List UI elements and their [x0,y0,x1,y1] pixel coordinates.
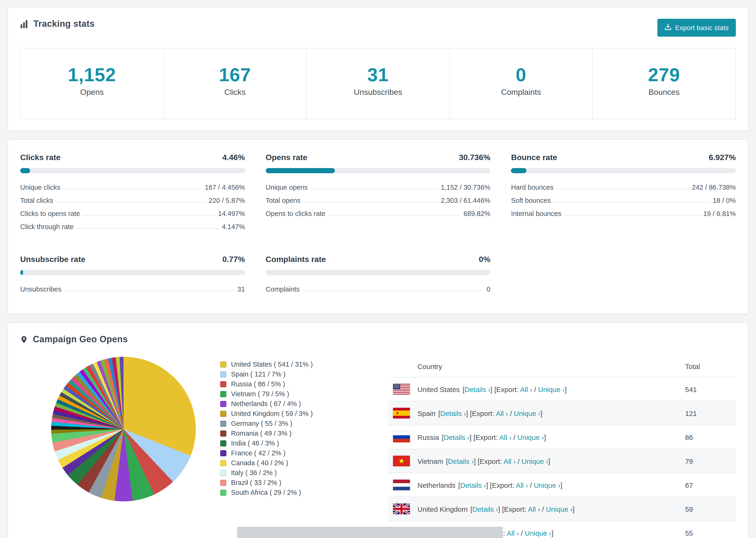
bracket-text: / [540,505,546,513]
dotted-leader [557,189,689,189]
bracket-text: / [528,481,534,489]
rate-stat-value: 31 [237,286,245,293]
export-all-link[interactable]: All › [520,385,532,393]
export-unique-link[interactable]: Unique › [538,385,565,393]
bracket-text: ] [544,433,546,441]
export-unique-link[interactable]: Unique › [514,409,540,417]
rate-header: Complaints rate 0% [266,255,490,264]
stat-label: Bounces [593,88,735,97]
legend-color-swatch [220,490,226,496]
export-all-link[interactable]: All › [496,409,508,417]
rate-stat-value: 220 / 5.87% [209,197,245,204]
rate-progress-bar [20,270,245,275]
flag-ru-icon [393,431,410,443]
bracket-text: ] [552,529,553,537]
legend-item: Netherlands ( 67 / 4% ) [220,399,375,409]
rate-header: Opens rate 30.736% [266,153,490,162]
export-unique-link[interactable]: Unique › [534,481,561,489]
legend-item: United States ( 541 / 31% ) [220,360,375,369]
details-link[interactable]: Details › [444,433,469,441]
rate-title: Unsubscribe rate [20,255,85,264]
rate-stat-row: Hard bounces 242 / 86.738% [511,181,736,194]
country-links: [Details ›] [Export: All › / Unique ›] [438,409,543,417]
stat-box: 1,152 Opens [21,48,164,119]
legend-item: Canada ( 40 / 2% ) [220,458,375,468]
flag-gb-icon [393,503,410,514]
export-unique-link[interactable]: Unique › [546,505,572,513]
bracket-text: ] [565,385,567,393]
rate-progress-fill [20,270,23,275]
stat-box: 0 Complaints [450,48,593,119]
rate-block: Complaints rate 0% Complaints 0 [266,255,490,296]
export-unique-link[interactable]: Unique › [525,529,551,537]
details-link[interactable]: Details › [472,505,498,513]
rate-title: Bounce rate [511,153,557,162]
flag-us-icon [393,384,410,395]
rate-stat-label: Total clicks [20,197,53,204]
country-name: Netherlands [417,481,456,489]
rate-block: Unsubscribe rate 0.77% Unsubscribes 31 [20,255,245,296]
legend-item: Russia ( 86 / 5% ) [220,379,375,389]
rate-stat-label: Unsubscribes [20,286,62,293]
rate-rows: Hard bounces 242 / 86.738% Soft bounces … [511,181,736,220]
details-link[interactable]: Details › [464,385,490,393]
export-all-link[interactable]: All › [516,481,528,489]
legend-color-swatch [220,440,226,447]
stat-label: Complaints [450,88,592,97]
legend-color-swatch [220,381,226,387]
legend-item: United Kingdom ( 59 / 3% ) [220,409,375,419]
rate-rows: Unique opens 1,152 / 30.736% Total opens… [266,181,490,220]
legend-label: Romania ( 49 / 3% ) [231,429,292,438]
rate-progress-bar [266,168,490,173]
rate-stat-label: Clicks to opens rate [20,210,80,217]
legend-color-swatch [220,371,226,377]
export-all-link[interactable]: All › [507,529,519,537]
rate-stat-row: Clicks to opens rate 14.497% [20,207,245,220]
rate-progress-fill [266,168,335,173]
rate-stat-label: Unique opens [266,184,307,191]
rate-stat-row: Opens to clicks rate 689.82% [266,207,490,220]
rate-header: Clicks rate 4.46% [20,153,245,162]
geo-table-row: Spain [Details ›] [Export: All › / Uniqu… [388,401,736,425]
rate-stat-value: 2,303 / 61.446% [441,197,490,204]
export-all-link[interactable]: All › [504,457,516,465]
rate-stat-label: Hard bounces [511,184,554,191]
bracket-text: [ [470,505,472,513]
rate-stat-label: Click through rate [20,223,74,231]
legend-color-swatch [220,470,226,476]
bracket-text: ] [Export: [469,433,499,441]
rate-stat-label: Total opens [266,197,300,204]
details-link[interactable]: Details › [440,409,466,417]
legend-label: United States ( 541 / 31% ) [231,360,313,369]
flag-vn-icon [393,456,410,467]
stat-value: 279 [593,64,735,85]
export-unique-link[interactable]: Unique › [517,433,544,441]
details-link[interactable]: Details › [448,457,474,465]
rate-stat-row: Click through rate 4.147% [20,220,245,233]
geo-table-header-row: Country Total [388,357,736,377]
export-basic-stats-label: Export basic stats [675,24,729,31]
rate-progress-fill [511,168,527,173]
export-all-link[interactable]: All › [499,433,512,441]
export-unique-link[interactable]: Unique › [521,457,548,465]
rate-progress-bar [511,168,736,173]
horizontal-scrollbar-thumb[interactable] [237,527,503,538]
download-icon [665,24,672,32]
bracket-text: / [532,385,538,393]
country-total: 541 [685,377,736,401]
legend-color-swatch [220,430,226,437]
bracket-text: [ [442,433,444,441]
export-all-link[interactable]: All › [528,505,540,513]
export-basic-stats-button[interactable]: Export basic stats [657,19,736,37]
dotted-leader [311,189,437,189]
legend-color-swatch [220,460,226,466]
legend-color-swatch [220,391,226,397]
pie-legend: United States ( 541 / 31% ) Spain ( 121 … [220,360,375,498]
dotted-leader [554,202,710,202]
details-link[interactable]: Details › [460,481,486,489]
legend-item: Italy ( 36 / 2% ) [220,468,375,478]
dotted-leader [65,291,234,291]
rate-rows: Complaints 0 [266,283,490,296]
rate-stat-row: Unique clicks 167 / 4.456% [20,181,245,194]
legend-color-swatch [220,450,226,456]
